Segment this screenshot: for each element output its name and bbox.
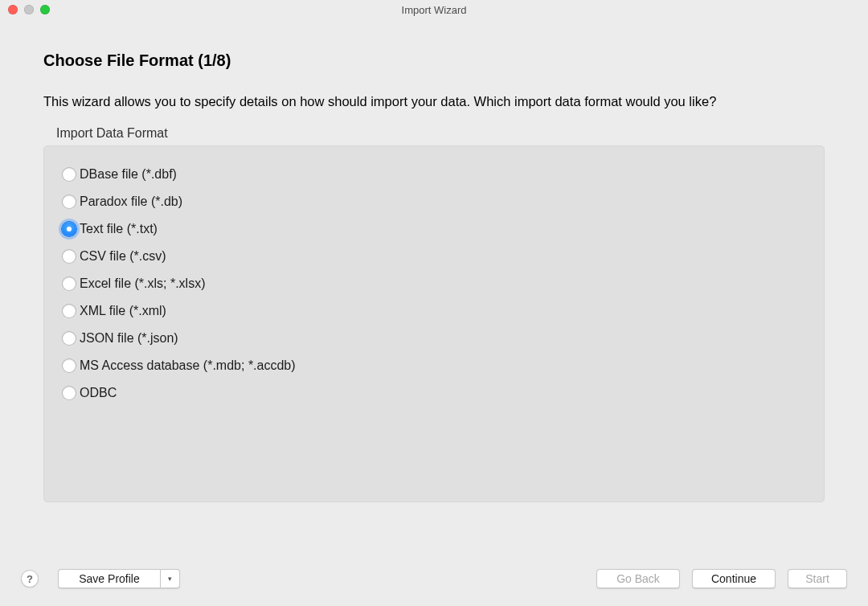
radio-label: MS Access database (*.mdb; *.accdb) xyxy=(80,358,296,373)
wizard-footer: ? Save Profile ▾ Go Back Continue Start xyxy=(0,569,868,588)
wizard-content: Choose File Format (1/8) This wizard all… xyxy=(0,19,868,502)
radio-label: DBase file (*.dbf) xyxy=(80,167,177,182)
radio-option-dbase[interactable]: DBase file (*.dbf) xyxy=(62,161,809,188)
page-title: Choose File Format (1/8) xyxy=(43,51,825,70)
radio-button-icon xyxy=(62,386,76,400)
radio-label: Text file (*.txt) xyxy=(80,222,158,236)
save-profile-button[interactable]: Save Profile xyxy=(58,569,161,588)
format-panel: DBase file (*.dbf) Paradox file (*.db) T… xyxy=(43,145,825,502)
wizard-nav-buttons: Go Back Continue Start xyxy=(596,569,847,588)
window-titlebar: Import Wizard xyxy=(0,0,868,19)
radio-label: Paradox file (*.db) xyxy=(80,194,182,209)
start-label: Start xyxy=(805,572,829,585)
radio-option-paradox[interactable]: Paradox file (*.db) xyxy=(62,188,809,215)
radio-option-json[interactable]: JSON file (*.json) xyxy=(62,325,809,352)
radio-label: XML file (*.xml) xyxy=(80,304,166,318)
page-intro-text: This wizard allows you to specify detail… xyxy=(43,92,825,112)
radio-option-excel[interactable]: Excel file (*.xls; *.xlsx) xyxy=(62,270,809,297)
help-icon: ? xyxy=(27,573,33,585)
start-button[interactable]: Start xyxy=(788,569,847,588)
radio-button-icon xyxy=(62,194,76,209)
radio-button-icon xyxy=(62,249,76,264)
radio-label: Excel file (*.xls; *.xlsx) xyxy=(80,276,205,291)
radio-label: CSV file (*.csv) xyxy=(80,249,166,264)
continue-label: Continue xyxy=(711,572,756,585)
radio-button-icon xyxy=(62,276,76,291)
radio-button-icon xyxy=(62,167,76,182)
radio-option-text[interactable]: Text file (*.txt) xyxy=(62,215,809,243)
radio-option-msaccess[interactable]: MS Access database (*.mdb; *.accdb) xyxy=(62,352,809,379)
continue-button[interactable]: Continue xyxy=(692,569,776,588)
go-back-label: Go Back xyxy=(616,572,660,585)
radio-button-icon xyxy=(62,222,76,236)
radio-button-icon xyxy=(62,358,76,373)
save-profile-menu-button[interactable]: ▾ xyxy=(161,569,180,588)
radio-option-xml[interactable]: XML file (*.xml) xyxy=(62,297,809,325)
format-group-label: Import Data Format xyxy=(56,126,825,141)
radio-button-icon xyxy=(62,331,76,346)
radio-option-csv[interactable]: CSV file (*.csv) xyxy=(62,243,809,270)
save-profile-label: Save Profile xyxy=(79,572,139,585)
radio-label: ODBC xyxy=(80,386,117,400)
go-back-button[interactable]: Go Back xyxy=(596,569,680,588)
help-button[interactable]: ? xyxy=(21,570,39,588)
radio-option-odbc[interactable]: ODBC xyxy=(62,379,809,407)
chevron-down-icon: ▾ xyxy=(168,575,172,583)
radio-button-icon xyxy=(62,304,76,318)
save-profile-split-button: Save Profile ▾ xyxy=(58,569,180,588)
window-title: Import Wizard xyxy=(0,4,868,16)
radio-label: JSON file (*.json) xyxy=(80,331,178,346)
